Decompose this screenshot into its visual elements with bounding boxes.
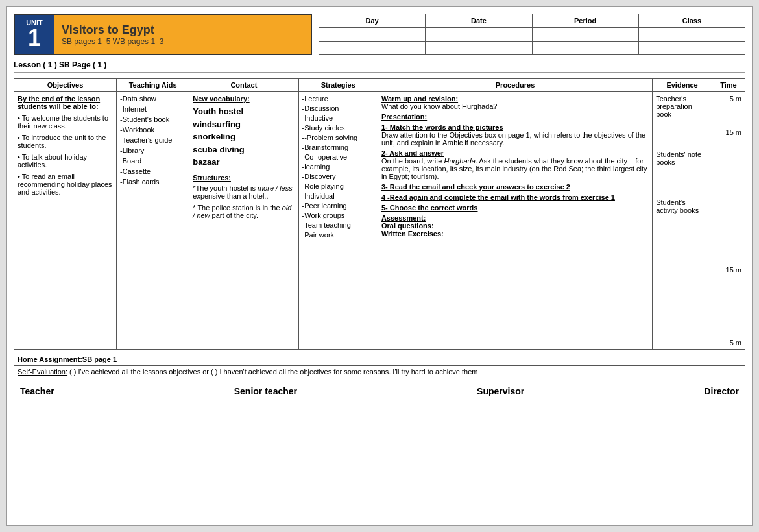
signatures: Teacher Senior teacher Supervisor Direct… <box>14 386 745 396</box>
schedule-row1-date <box>426 28 532 42</box>
strategies-cell: -Lecture -Discussion -Inductive -Study c… <box>298 92 378 350</box>
lesson-plan-page: UNIT 1 Visitors to Egypt SB pages 1–5 WB… <box>6 6 753 526</box>
header-objectives: Objectives <box>14 79 117 92</box>
strat-10: -Role playing <box>302 182 374 190</box>
struct-1-italic: more / less <box>258 184 293 192</box>
unit-pages: SB pages 1–5 WB pages 1–3 <box>62 37 303 46</box>
evidence-2: Students' note books <box>656 151 708 166</box>
step2: 2- Ask and answer <box>381 149 649 157</box>
schedule-row1-class <box>638 28 745 42</box>
main-table: Objectives Teaching Aids Contact Strateg… <box>14 78 745 350</box>
aid-7: -Board <box>120 157 186 165</box>
assessment-oral: Oral questions: <box>381 222 649 230</box>
step1-text: Draw attention to the Objectives box on … <box>381 131 649 147</box>
evidence-1: Teacher's preparation book <box>656 95 708 118</box>
header-aids: Teaching Aids <box>117 79 189 92</box>
strat-4: -Study circles <box>302 124 374 132</box>
time-4: 5 m <box>716 339 741 346</box>
struct-2: * The police station is in the old / new… <box>193 204 295 219</box>
objective-4: • To read an email recommending holiday … <box>18 173 113 196</box>
schedule-table: Day Date Period Class <box>319 14 745 55</box>
vocab-1: Youth hostel <box>193 106 243 116</box>
warmup-heading: Warm up and revision: <box>381 95 649 103</box>
teacher-signature: Teacher <box>20 386 54 396</box>
vocab-2: windsurfing <box>193 119 241 129</box>
strat-14: -Team teaching <box>302 221 374 229</box>
step3-heading: 3- Read the email and check your answers… <box>381 183 570 191</box>
strat-11: -Individual <box>302 192 374 200</box>
strat-15: -Pair work <box>302 231 374 239</box>
strat-1: -Lecture <box>302 95 374 103</box>
presentation-heading-text: Presentation: <box>381 113 427 121</box>
time-3: 15 m <box>716 266 741 274</box>
step4-heading: 4 -Read again and complete the email wit… <box>381 193 615 201</box>
step2-text: On the board, write Hurghada. Ask the st… <box>381 157 649 180</box>
strat-8: -learning <box>302 163 374 171</box>
self-eval-label: Self-Evaluation: <box>18 368 67 376</box>
presentation-heading: Presentation: <box>381 113 649 121</box>
aid-2: -Internet <box>120 105 186 113</box>
aid-3: -Student's book <box>120 115 186 123</box>
schedule-row2-date <box>426 42 532 55</box>
unit-title-box: Visitors to Egypt SB pages 1–5 WB pages … <box>54 15 311 54</box>
schedule-row2-day <box>319 42 426 55</box>
aid-5: -Teacher's guide <box>120 136 186 144</box>
strat-9: -Discovery <box>302 173 374 180</box>
teaching-aids-cell: -Data show -Internet -Student's book -Wo… <box>117 92 189 350</box>
vocab-3: snorkeling <box>193 132 235 141</box>
aid-4: -Workbook <box>120 126 186 134</box>
strat-7: -Co- operative <box>302 153 374 161</box>
struct-1: *The youth hostel is more / less expensi… <box>193 184 295 200</box>
strat-3: -Inductive <box>302 114 374 122</box>
evidence-cell: Teacher's preparation book Students' not… <box>653 92 712 350</box>
strat-6: -Brainstorming <box>302 143 374 151</box>
unit-header: UNIT 1 Visitors to Egypt SB pages 1–5 WB… <box>14 14 312 55</box>
vocab-4: scuba diving <box>193 145 244 154</box>
home-assignment: Home Assignment:SB page 1 <box>14 354 745 366</box>
objective-1: • To welcome the students to their new c… <box>18 114 113 130</box>
time-2: 15 m <box>716 128 741 136</box>
struct-2-italic: old / new <box>193 204 291 219</box>
objectives-intro: By the end of the lesson students will b… <box>18 95 113 110</box>
hurghada-italic: Hurghada <box>444 157 476 165</box>
procedures-cell: Warm up and revision: What do you know a… <box>378 92 652 350</box>
step2-heading: 2- Ask and answer <box>381 149 444 157</box>
self-eval: Self-Evaluation: ( ) I've achieved all t… <box>14 366 745 378</box>
director-signature: Director <box>704 386 739 396</box>
assessment-written: Written Exercises: <box>381 230 649 237</box>
header-strategies: Strategies <box>298 79 378 92</box>
strat-12: -Peer learning <box>302 202 374 210</box>
schedule-header-period: Period <box>532 14 638 28</box>
contact-cell: New vocabulary: Youth hostel windsurfing… <box>189 92 298 350</box>
schedule-header-date: Date <box>426 14 532 28</box>
unit-title: Visitors to Egypt <box>62 23 303 37</box>
unit-number: 1 <box>28 27 41 50</box>
strat-13: -Work groups <box>302 212 374 219</box>
strat-2: -Discussion <box>302 104 374 112</box>
header-evidence: Evidence <box>653 79 712 92</box>
warmup-text: What do you know about Hurghada? <box>381 103 649 110</box>
objective-3: • To talk about holiday activities. <box>18 153 113 169</box>
assessment: Assessment: <box>381 214 649 222</box>
self-eval-text: ( ) I've achieved all the lessons object… <box>69 368 477 376</box>
schedule-header-class: Class <box>638 14 745 28</box>
header-contact: Contact <box>189 79 298 92</box>
vocab-5: bazaar <box>193 157 219 167</box>
vocab-heading: New vocabulary: <box>193 95 295 103</box>
header-time: Time <box>712 79 745 92</box>
lesson-line: Lesson ( 1 ) SB Page ( 1 ) <box>14 60 745 73</box>
unit-number-box: UNIT 1 <box>15 15 54 54</box>
time-cell: 5 m 15 m 15 m 5 m <box>712 92 745 350</box>
step5-heading: 5- Choose the correct words <box>381 204 478 212</box>
schedule-row1-period <box>532 28 638 42</box>
time-1: 5 m <box>716 95 741 103</box>
step5: 5- Choose the correct words <box>381 204 649 212</box>
supervisor-signature: Supervisor <box>477 386 524 396</box>
step1: 1- Match the words and the pictures <box>381 123 649 131</box>
assessment-oral-text: Oral questions: <box>381 222 434 230</box>
header-procedures: Procedures <box>378 79 652 92</box>
schedule-row2-class <box>638 42 745 55</box>
schedule-row2-period <box>532 42 638 55</box>
warmup-heading-text: Warm up and revision: <box>381 95 458 103</box>
home-assignment-text: Home Assignment:SB page 1 <box>18 356 117 363</box>
